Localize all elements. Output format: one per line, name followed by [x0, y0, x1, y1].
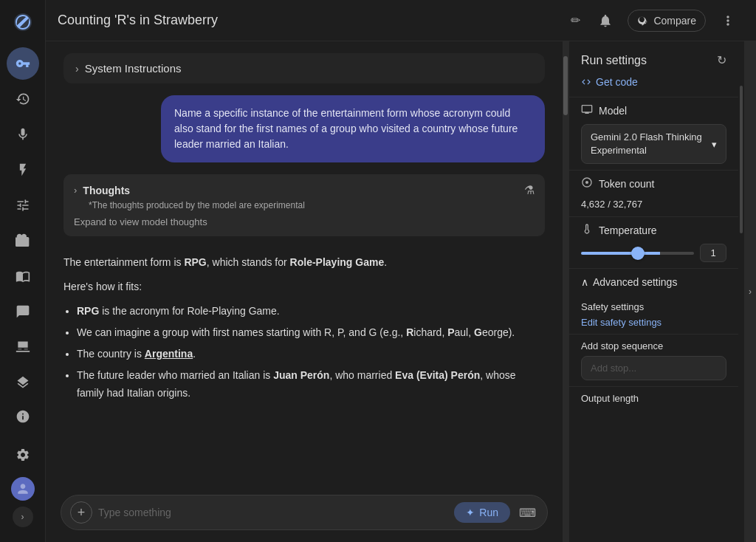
temperature-section: Temperature 1: [569, 216, 738, 268]
advanced-settings-toggle[interactable]: ∧ Advanced settings: [569, 268, 738, 295]
get-code-label: Get code: [596, 76, 638, 88]
sidebar-bottom: ›: [7, 400, 39, 533]
token-count-section: Token count 4,632 / 32,767: [569, 170, 738, 216]
compare-label: Compare: [653, 15, 696, 27]
edit-title-button[interactable]: ✏: [568, 10, 583, 30]
page-title: Counting 'R's in Strawberry: [58, 13, 562, 28]
sidebar-item-key[interactable]: [7, 47, 39, 80]
app-header: Counting 'R's in Strawberry ✏ Compare: [46, 0, 756, 41]
system-instructions-card: › System Instructions: [63, 53, 545, 83]
token-count-value: 4,632 / 32,767: [581, 199, 642, 210]
output-length-label: Output length: [569, 386, 738, 407]
temperature-label: Temperature: [581, 223, 726, 238]
sidebar-item-person[interactable]: [7, 295, 39, 328]
more-options-button[interactable]: [712, 9, 744, 32]
get-code-link[interactable]: Get code: [569, 73, 738, 97]
temperature-slider-wrapper: 1: [581, 244, 726, 262]
thoughts-header: › Thoughts ⚗: [74, 183, 535, 197]
temperature-slider[interactable]: [581, 252, 694, 255]
sidebar-item-settings[interactable]: [7, 439, 39, 471]
sidebar-nav: [7, 47, 39, 400]
system-instructions-title: System Instructions: [85, 62, 182, 75]
run-icon: ✦: [466, 507, 475, 518]
compare-button[interactable]: Compare: [628, 10, 706, 32]
add-attachment-button[interactable]: +: [70, 501, 92, 524]
temperature-icon: [581, 223, 593, 238]
model-selector[interactable]: Gemini 2.0 Flash Thinking Experimental ▾: [581, 124, 726, 164]
sidebar-item-layers[interactable]: [7, 366, 39, 399]
token-count-label: Token count: [581, 176, 726, 191]
run-label: Run: [479, 507, 498, 518]
thoughts-box: › Thoughts ⚗ *The thoughts produced by t…: [63, 174, 545, 236]
stop-sequence-section: Add stop sequence: [569, 334, 738, 386]
chat-scroll-thumb: [563, 56, 568, 115]
expand-thoughts-button[interactable]: Expand to view model thoughts: [74, 216, 535, 227]
chat-area: › System Instructions Name a specific in…: [46, 41, 563, 542]
flask-icon: ⚗: [524, 183, 535, 197]
chat-input-wrapper: + ✦ Run ⌨: [61, 495, 548, 530]
sidebar-item-book[interactable]: [7, 260, 39, 292]
stop-sequence-label: Add stop sequence: [581, 340, 726, 351]
run-settings-header: Run settings ↻: [569, 41, 738, 73]
keyboard-shortcut-button[interactable]: ⌨: [516, 501, 538, 524]
sidebar-collapse-button[interactable]: ›: [13, 507, 33, 527]
advanced-settings-label: Advanced settings: [593, 276, 677, 288]
main-area: Counting 'R's in Strawberry ✏ Compare ›: [46, 0, 756, 542]
model-section-label: Model: [581, 103, 726, 118]
model-section: Model Gemini 2.0 Flash Thinking Experime…: [569, 97, 738, 170]
thoughts-title: Thoughts: [83, 185, 130, 196]
thoughts-chevron: ›: [74, 185, 77, 196]
alerts-button[interactable]: [589, 9, 622, 32]
app-logo: [10, 9, 36, 35]
chat-messages: › System Instructions Name a specific in…: [46, 41, 563, 486]
safety-settings-section: Safety settings Edit safety settings: [569, 295, 738, 334]
temperature-value: 1: [700, 244, 726, 262]
edit-safety-settings-link[interactable]: Edit safety settings: [581, 317, 726, 328]
temperature-section-label: Temperature: [599, 224, 657, 236]
sidebar-item-mic[interactable]: [7, 118, 39, 151]
assistant-response: The entertainment form is RPG, which sta…: [63, 251, 545, 412]
header-actions: Compare: [589, 9, 744, 32]
sidebar-item-tune[interactable]: [7, 189, 39, 222]
run-button[interactable]: ✦ Run: [454, 502, 510, 523]
chat-scroll-indicator: [563, 41, 568, 542]
model-icon: [581, 103, 593, 118]
sidebar: ›: [0, 0, 46, 542]
model-dropdown-chevron: ▾: [712, 139, 717, 150]
model-name: Gemini 2.0 Flash Thinking Experimental: [591, 131, 712, 157]
right-panel-expand-button[interactable]: ›: [744, 41, 756, 542]
sidebar-item-info[interactable]: [7, 400, 39, 433]
system-instructions-chevron: ›: [75, 63, 79, 75]
run-settings-title: Run settings: [581, 54, 647, 67]
token-section-label: Token count: [599, 178, 655, 190]
stop-sequence-input[interactable]: [581, 356, 726, 380]
run-settings-panel: Run settings ↻ Get code Model Gemini 2.0…: [568, 41, 738, 542]
sidebar-item-monitor[interactable]: [7, 331, 39, 363]
sidebar-item-history[interactable]: [7, 83, 39, 115]
sidebar-item-briefcase[interactable]: [7, 224, 39, 257]
thoughts-subtitle: *The thoughts produced by the model are …: [89, 200, 535, 210]
avatar[interactable]: [11, 477, 35, 501]
refresh-button[interactable]: ↻: [717, 53, 726, 67]
chat-input[interactable]: [98, 507, 448, 518]
chat-input-area: + ✦ Run ⌨: [46, 486, 563, 542]
model-label: Model: [599, 105, 627, 117]
right-panel-scrollbar[interactable]: [738, 41, 744, 542]
token-icon: [581, 176, 593, 191]
safety-settings-label: Safety settings: [581, 301, 726, 312]
advanced-chevron: ∧: [581, 276, 588, 288]
sidebar-item-lightning[interactable]: [7, 154, 39, 186]
system-instructions-header[interactable]: › System Instructions: [63, 53, 545, 83]
content-area: › System Instructions Name a specific in…: [46, 41, 756, 542]
right-panel-scrollbar-thumb: [740, 86, 743, 233]
user-message: Name a specific instance of the entertai…: [161, 95, 545, 162]
